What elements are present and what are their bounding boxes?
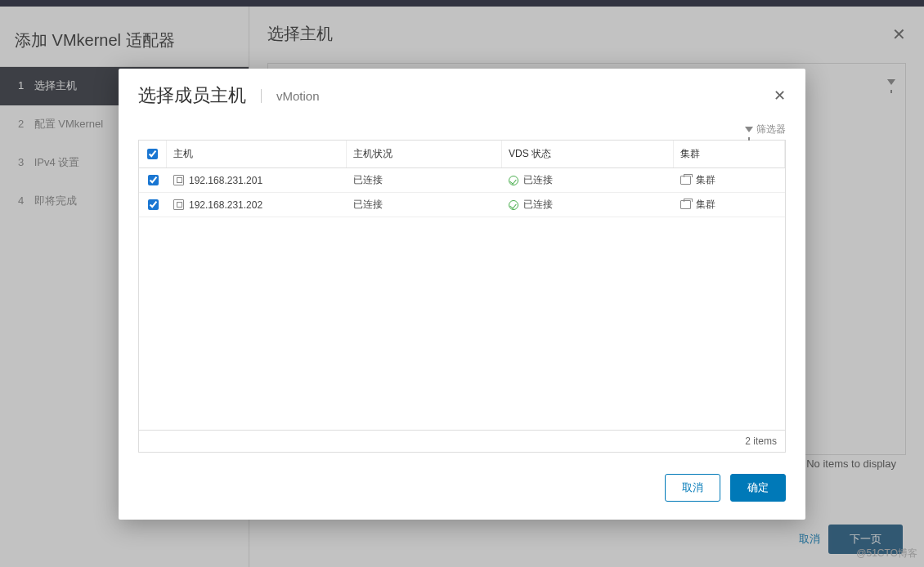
items-count: 2 items bbox=[745, 435, 777, 447]
grid-empty-space bbox=[139, 217, 785, 430]
header-host-state[interactable]: 主机状况 bbox=[347, 141, 502, 167]
hosts-grid: 主机 主机状况 VDS 状态 集群 192.168.231.201 已连接 已连… bbox=[138, 140, 786, 453]
modal-actions: 取消 确定 bbox=[119, 461, 805, 520]
host-icon bbox=[173, 175, 184, 185]
select-hosts-modal: 选择成员主机 vMotion ✕ 筛选器 主机 主机状况 VDS 状态 集群 bbox=[119, 69, 805, 520]
filter-label[interactable]: 筛选器 bbox=[756, 123, 786, 136]
table-row[interactable]: 192.168.231.201 已连接 已连接 集群 bbox=[139, 168, 785, 193]
ok-button[interactable]: 确定 bbox=[730, 474, 786, 502]
filter-icon[interactable] bbox=[745, 127, 753, 132]
host-icon bbox=[173, 199, 184, 210]
host-state: 已连接 bbox=[347, 168, 502, 192]
grid-footer: 2 items bbox=[139, 430, 785, 452]
modal-header: 选择成员主机 vMotion ✕ bbox=[119, 69, 805, 118]
vds-state: 已连接 bbox=[523, 173, 553, 187]
host-name: 192.168.231.201 bbox=[189, 175, 262, 186]
modal-overlay: 选择成员主机 vMotion ✕ 筛选器 主机 主机状况 VDS 状态 集群 bbox=[0, 0, 924, 567]
cluster-icon bbox=[680, 176, 691, 185]
grid-header: 主机 主机状况 VDS 状态 集群 bbox=[139, 141, 785, 168]
ok-icon bbox=[509, 200, 518, 210]
table-row[interactable]: 192.168.231.202 已连接 已连接 集群 bbox=[139, 193, 785, 217]
header-vds-state[interactable]: VDS 状态 bbox=[502, 141, 674, 167]
modal-body: 筛选器 主机 主机状况 VDS 状态 集群 192.168.231.20 bbox=[119, 118, 805, 461]
select-all-checkbox[interactable] bbox=[147, 149, 158, 159]
header-cluster[interactable]: 集群 bbox=[674, 141, 785, 167]
row-checkbox[interactable] bbox=[148, 199, 159, 210]
cluster-name: 集群 bbox=[696, 173, 715, 187]
vds-state: 已连接 bbox=[523, 198, 553, 212]
host-name: 192.168.231.202 bbox=[189, 199, 262, 211]
cluster-name: 集群 bbox=[696, 198, 715, 212]
row-checkbox[interactable] bbox=[148, 175, 159, 185]
cluster-icon bbox=[680, 200, 691, 209]
modal-title: 选择成员主机 bbox=[138, 83, 246, 108]
modal-subtitle: vMotion bbox=[261, 89, 320, 103]
modal-close-button[interactable]: ✕ bbox=[774, 87, 786, 105]
header-checkbox-cell bbox=[139, 141, 167, 167]
header-host[interactable]: 主机 bbox=[167, 141, 347, 167]
filter-row: 筛选器 bbox=[138, 123, 786, 136]
cancel-button[interactable]: 取消 bbox=[665, 474, 720, 502]
host-state: 已连接 bbox=[347, 193, 502, 217]
ok-icon bbox=[509, 176, 518, 185]
